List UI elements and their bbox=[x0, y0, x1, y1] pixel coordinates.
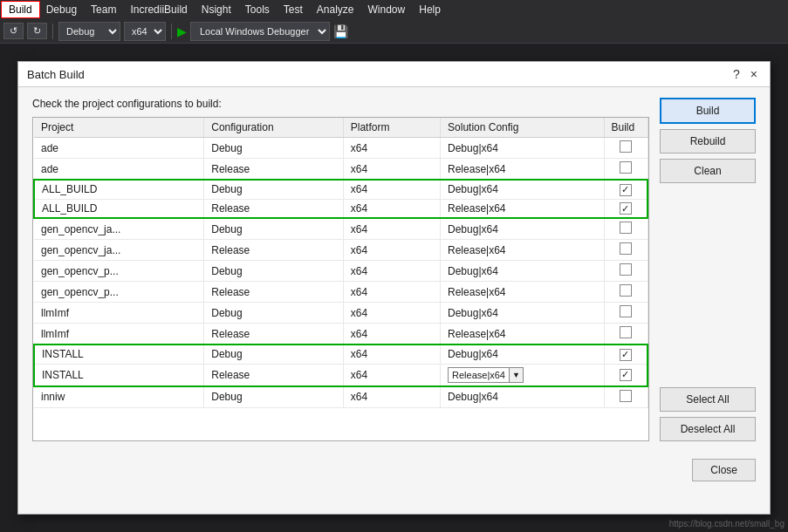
table-row: inniwDebugx64Debug|x64 bbox=[34, 386, 648, 408]
menu-tools[interactable]: Tools bbox=[238, 2, 277, 17]
toolbar-divider-1 bbox=[52, 24, 53, 39]
dialog-title: Batch Build bbox=[27, 68, 85, 81]
table-row: gen_opencv_ja...Releasex64Release|x64 bbox=[34, 240, 648, 261]
rebuild-button[interactable]: Rebuild bbox=[660, 129, 756, 153]
build-checkbox[interactable] bbox=[620, 184, 632, 196]
cell-build bbox=[604, 159, 648, 181]
cell-config: Debug bbox=[204, 180, 344, 199]
toolbar: ↺ ↻ Debug Release x64 x86 ▶ Local Window… bbox=[0, 19, 788, 44]
table-row: adeDebugx64Debug|x64 bbox=[34, 138, 648, 159]
close-x-button[interactable]: × bbox=[747, 67, 761, 81]
cell-project: llmImf bbox=[34, 303, 204, 324]
cell-build bbox=[604, 344, 648, 364]
cell-build bbox=[604, 180, 648, 199]
solution-dropdown[interactable]: Release|x64▼ bbox=[448, 367, 524, 383]
cell-platform: x64 bbox=[343, 199, 440, 218]
cell-platform: x64 bbox=[343, 218, 440, 240]
menu-incredibuild[interactable]: IncrediiBuild bbox=[123, 2, 194, 17]
table-row: llmImfDebugx64Debug|x64 bbox=[34, 303, 648, 324]
col-solution: Solution Config bbox=[441, 118, 604, 138]
cell-solution: Release|x64▼ bbox=[441, 364, 604, 386]
help-button[interactable]: ? bbox=[730, 67, 743, 81]
build-checkbox[interactable] bbox=[620, 349, 632, 361]
menu-debug[interactable]: Debug bbox=[39, 2, 84, 17]
cell-project: INSTALL bbox=[34, 364, 204, 386]
cell-build bbox=[604, 240, 648, 261]
cell-build bbox=[604, 303, 648, 324]
dialog-controls: ? × bbox=[730, 67, 761, 81]
build-checkbox[interactable] bbox=[620, 326, 632, 338]
table-header-row: Project Configuration Platform Solution … bbox=[34, 118, 648, 138]
cell-platform: x64 bbox=[343, 282, 440, 303]
menu-window[interactable]: Window bbox=[361, 2, 413, 17]
cell-project: ALL_BUILD bbox=[34, 180, 204, 199]
left-panel: Check the project configurations to buil… bbox=[32, 98, 649, 441]
menu-team[interactable]: Team bbox=[84, 2, 123, 17]
redo-button[interactable]: ↻ bbox=[27, 23, 47, 39]
col-config: Configuration bbox=[204, 118, 344, 138]
cell-solution: Release|x64 bbox=[441, 282, 604, 303]
build-checkbox[interactable] bbox=[620, 284, 632, 297]
table-row: adeReleasex64Release|x64 bbox=[34, 159, 648, 181]
run-icon: ▶ bbox=[177, 24, 187, 38]
dialog-subtitle: Check the project configurations to buil… bbox=[32, 98, 649, 110]
config-select[interactable]: Debug Release bbox=[58, 22, 120, 41]
cell-config: Debug bbox=[204, 344, 344, 364]
btn-spacer bbox=[660, 188, 756, 382]
dialog-overlay: Batch Build ? × Check the project config… bbox=[0, 44, 788, 532]
cell-platform: x64 bbox=[343, 324, 440, 345]
platform-select[interactable]: x64 x86 bbox=[124, 22, 166, 41]
cell-config: Release bbox=[204, 324, 344, 345]
cell-config: Debug bbox=[204, 303, 344, 324]
build-table: Project Configuration Platform Solution … bbox=[33, 118, 648, 408]
table-row: INSTALLReleasex64Release|x64▼ bbox=[34, 364, 648, 386]
menu-build[interactable]: Build bbox=[2, 2, 39, 17]
cell-config: Debug bbox=[204, 261, 344, 282]
menu-analyze[interactable]: Analyze bbox=[310, 2, 361, 17]
col-platform: Platform bbox=[343, 118, 440, 138]
table-row: gen_opencv_ja...Debugx64Debug|x64 bbox=[34, 218, 648, 240]
cell-solution: Release|x64 bbox=[441, 199, 604, 218]
dialog-body: Check the project configurations to buil… bbox=[18, 87, 770, 452]
close-button[interactable]: Close bbox=[692, 459, 756, 481]
clean-button[interactable]: Clean bbox=[660, 159, 756, 183]
debugger-select[interactable]: Local Windows Debugger bbox=[190, 22, 330, 41]
build-checkbox[interactable] bbox=[620, 242, 632, 255]
watermark: https://blog.csdn.net/small_bg bbox=[669, 519, 785, 529]
cell-platform: x64 bbox=[343, 364, 440, 386]
menu-help[interactable]: Help bbox=[412, 2, 448, 17]
menu-nsight[interactable]: Nsight bbox=[195, 2, 238, 17]
table-row: INSTALLDebugx64Debug|x64 bbox=[34, 344, 648, 364]
build-checkbox[interactable] bbox=[620, 369, 632, 381]
build-checkbox[interactable] bbox=[620, 222, 632, 234]
cell-build bbox=[604, 138, 648, 159]
cell-project: ade bbox=[34, 159, 204, 181]
menubar: Build Debug Team IncrediiBuild Nsight To… bbox=[0, 0, 788, 19]
table-row: ALL_BUILDReleasex64Release|x64 bbox=[34, 199, 648, 218]
menu-test[interactable]: Test bbox=[277, 2, 310, 17]
build-checkbox[interactable] bbox=[620, 140, 632, 153]
build-checkbox[interactable] bbox=[620, 390, 632, 402]
select-all-button[interactable]: Select All bbox=[660, 387, 756, 412]
cell-project: INSTALL bbox=[34, 344, 204, 364]
cell-solution: Debug|x64 bbox=[441, 386, 604, 408]
cell-solution: Debug|x64 bbox=[441, 218, 604, 240]
build-checkbox[interactable] bbox=[620, 161, 632, 174]
cell-config: Release bbox=[204, 240, 344, 261]
cell-project: gen_opencv_ja... bbox=[34, 240, 204, 261]
cell-solution: Debug|x64 bbox=[441, 138, 604, 159]
deselect-all-button[interactable]: Deselect All bbox=[660, 417, 756, 441]
build-checkbox[interactable] bbox=[620, 263, 632, 276]
col-build: Build bbox=[604, 118, 648, 138]
cell-platform: x64 bbox=[343, 303, 440, 324]
undo-button[interactable]: ↺ bbox=[3, 23, 24, 39]
build-checkbox[interactable] bbox=[620, 202, 632, 215]
cell-project: gen_opencv_p... bbox=[34, 261, 204, 282]
table-wrapper[interactable]: Project Configuration Platform Solution … bbox=[33, 118, 648, 440]
build-button[interactable]: Build bbox=[660, 98, 756, 124]
cell-platform: x64 bbox=[343, 180, 440, 199]
cell-platform: x64 bbox=[343, 344, 440, 364]
btn-panel: Build Rebuild Clean Select All Deselect … bbox=[660, 98, 756, 441]
build-checkbox[interactable] bbox=[620, 305, 632, 317]
col-project: Project bbox=[34, 118, 204, 138]
